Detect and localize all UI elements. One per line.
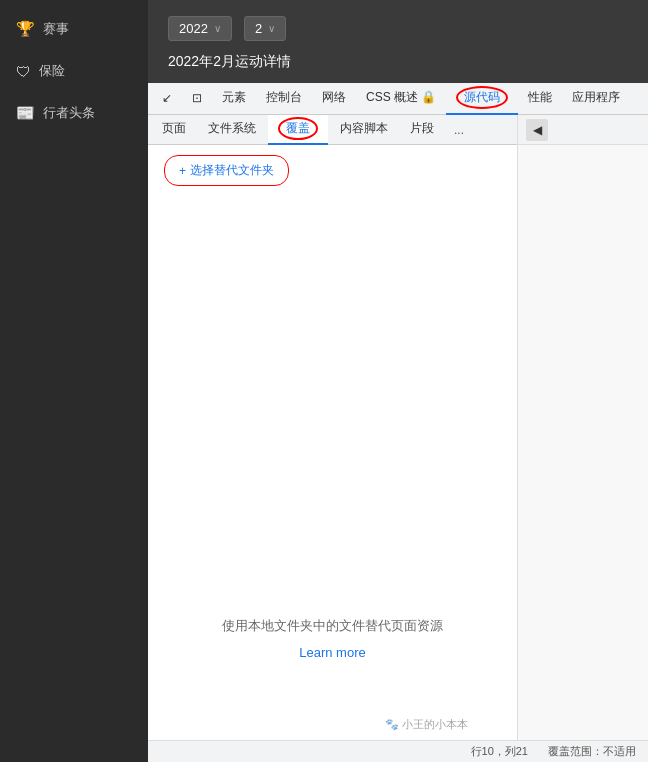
add-folder-button[interactable]: + 选择替代文件夹 — [164, 155, 289, 186]
tab-icon-1[interactable]: ↙ — [152, 83, 182, 115]
top-section: 2022 ∨ 2 ∨ 2022年2月运动详情 — [148, 0, 648, 83]
right-panel-topbar: ◀ — [518, 115, 648, 145]
left-panel: 页面 文件系统 覆盖 内容脚本 片段 ... — [148, 115, 518, 740]
traveler-icon: 📰 — [16, 104, 35, 122]
source-tabs-bar: 页面 文件系统 覆盖 内容脚本 片段 ... — [148, 115, 517, 145]
status-bar: 行10，列21 覆盖范围：不适用 — [148, 740, 648, 762]
learn-more-link[interactable]: Learn more — [299, 645, 365, 660]
month-chevron-icon: ∨ — [268, 23, 275, 34]
sidebar-item-competition[interactable]: 🏆 赛事 — [0, 8, 148, 50]
cursor-icon: ↙ — [162, 91, 172, 105]
split-area: 页面 文件系统 覆盖 内容脚本 片段 ... — [148, 115, 648, 740]
back-button[interactable]: ◀ — [526, 119, 548, 141]
sidebar-item-traveler[interactable]: 📰 行者头条 — [0, 92, 148, 134]
device-icon: ⊡ — [192, 91, 202, 105]
source-tab-page[interactable]: 页面 — [152, 115, 196, 145]
date-selectors: 2022 ∨ 2 ∨ — [168, 16, 628, 41]
coverage-status: 覆盖范围：不适用 — [548, 744, 636, 759]
right-panel: ◀ — [518, 115, 648, 740]
source-tab-contentscripts[interactable]: 内容脚本 — [330, 115, 398, 145]
sidebar: 🏆 赛事 🛡 保险 📰 行者头条 — [0, 0, 148, 762]
sidebar-item-insurance-label: 保险 — [39, 62, 65, 80]
insurance-icon: 🛡 — [16, 63, 31, 80]
sidebar-item-competition-label: 赛事 — [43, 20, 69, 38]
year-select[interactable]: 2022 ∨ — [168, 16, 232, 41]
tab-elements[interactable]: 元素 — [212, 83, 256, 115]
cursor-position: 行10，列21 — [471, 744, 528, 759]
source-tab-overrides[interactable]: 覆盖 — [268, 115, 328, 145]
section-title: 2022年2月运动详情 — [168, 53, 628, 71]
year-chevron-icon: ∨ — [214, 23, 221, 34]
sidebar-item-traveler-label: 行者头条 — [43, 104, 95, 122]
empty-message: 使用本地文件夹中的文件替代页面资源 — [222, 617, 443, 635]
tab-icon-2[interactable]: ⊡ — [182, 83, 212, 115]
source-tab-snippets[interactable]: 片段 — [400, 115, 444, 145]
plus-icon: + — [179, 164, 186, 178]
competition-icon: 🏆 — [16, 20, 35, 38]
overrides-circle-annotation: 覆盖 — [278, 117, 318, 140]
sources-circle-annotation: 源代码 — [456, 86, 508, 109]
month-value: 2 — [255, 21, 262, 36]
tab-console[interactable]: 控制台 — [256, 83, 312, 115]
main-area: 2022 ∨ 2 ∨ 2022年2月运动详情 ↙ ⊡ 元素 控制台 网络 CSS… — [148, 0, 648, 762]
month-select[interactable]: 2 ∨ — [244, 16, 286, 41]
watermark: 🐾 小王的小本本 — [385, 717, 468, 732]
back-icon: ◀ — [533, 123, 542, 137]
tab-network[interactable]: 网络 — [312, 83, 356, 115]
tab-application[interactable]: 应用程序 — [562, 83, 630, 115]
file-tree-area: 使用本地文件夹中的文件替代页面资源 Learn more — [148, 196, 517, 740]
add-folder-label: 选择替代文件夹 — [190, 162, 274, 179]
year-value: 2022 — [179, 21, 208, 36]
tab-performance[interactable]: 性能 — [518, 83, 562, 115]
sidebar-item-insurance[interactable]: 🛡 保险 — [0, 50, 148, 92]
devtools-tabs-bar: ↙ ⊡ 元素 控制台 网络 CSS 概述 🔒 源代码 性能 应用程序 — [148, 83, 648, 115]
tab-sources[interactable]: 源代码 — [446, 83, 518, 115]
source-tabs-more[interactable]: ... — [446, 119, 472, 141]
source-tab-filesystem[interactable]: 文件系统 — [198, 115, 266, 145]
tab-css[interactable]: CSS 概述 🔒 — [356, 83, 446, 115]
